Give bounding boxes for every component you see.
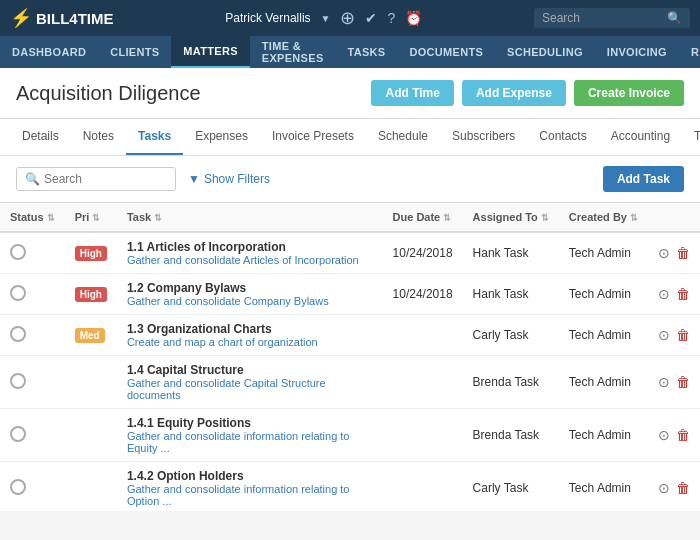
status-circle[interactable]: [10, 326, 26, 342]
add-expense-button[interactable]: Add Expense: [462, 80, 566, 106]
global-search[interactable]: 🔍: [534, 8, 690, 28]
edit-icon[interactable]: ⊙: [658, 286, 670, 302]
edit-icon[interactable]: ⊙: [658, 480, 670, 496]
delete-icon[interactable]: 🗑: [676, 327, 690, 343]
add-time-button[interactable]: Add Time: [371, 80, 453, 106]
task-status-cell: [0, 274, 65, 315]
task-assigned-to: Hank Task: [463, 232, 559, 274]
nav-documents[interactable]: DOCUMENTS: [397, 36, 495, 68]
task-created-by: Tech Admin: [559, 462, 648, 512]
nav-clients[interactable]: CLIENTS: [98, 36, 171, 68]
task-info-cell: 1.4.2 Option HoldersGather and consolida…: [117, 462, 383, 512]
clock-icon[interactable]: ⏰: [405, 10, 422, 26]
user-name[interactable]: Patrick Vernallis: [225, 11, 310, 25]
sort-icon-assigned: ⇅: [541, 213, 549, 223]
delete-icon[interactable]: 🗑: [676, 374, 690, 390]
task-priority-cell: High: [65, 232, 117, 274]
nav-matters[interactable]: MATTERS: [171, 36, 249, 68]
table-row: 1.4.2 Option HoldersGather and consolida…: [0, 462, 700, 512]
task-desc: Gather and consolidate Articles of Incor…: [127, 254, 373, 266]
nav-scheduling[interactable]: SCHEDULING: [495, 36, 595, 68]
status-circle[interactable]: [10, 426, 26, 442]
status-circle[interactable]: [10, 285, 26, 301]
edit-icon[interactable]: ⊙: [658, 245, 670, 261]
tab-expenses[interactable]: Expenses: [183, 119, 260, 155]
col-task[interactable]: Task ⇅: [117, 203, 383, 232]
status-circle[interactable]: [10, 373, 26, 389]
sort-icon-created: ⇅: [630, 213, 638, 223]
tab-contacts[interactable]: Contacts: [527, 119, 598, 155]
status-circle[interactable]: [10, 479, 26, 495]
nav-time-expenses[interactable]: TIME & EXPENSES: [250, 36, 336, 68]
tab-details[interactable]: Details: [10, 119, 71, 155]
logo-text: BILL4TIME: [36, 10, 114, 27]
col-actions: [648, 203, 700, 232]
delete-icon[interactable]: 🗑: [676, 480, 690, 496]
col-due-date[interactable]: Due Date ⇅: [383, 203, 463, 232]
task-title[interactable]: 1.2 Company Bylaws: [127, 281, 373, 295]
tab-trust-account[interactable]: Trust Account: [682, 119, 700, 155]
nav-dashboard[interactable]: DASHBOARD: [0, 36, 98, 68]
task-title[interactable]: 1.4 Capital Structure: [127, 363, 373, 377]
main-nav: DASHBOARD CLIENTS MATTERS TIME & EXPENSE…: [0, 36, 700, 68]
task-due-date: [383, 356, 463, 409]
show-filters-button[interactable]: ▼ Show Filters: [188, 172, 270, 186]
edit-icon[interactable]: ⊙: [658, 327, 670, 343]
task-created-by: Tech Admin: [559, 315, 648, 356]
row-actions: ⊙ 🗑: [658, 427, 690, 443]
col-created-by[interactable]: Created By ⇅: [559, 203, 648, 232]
task-title[interactable]: 1.4.1 Equity Positions: [127, 416, 373, 430]
col-assigned-to[interactable]: Assigned To ⇅: [463, 203, 559, 232]
task-title[interactable]: 1.1 Articles of Incorporation: [127, 240, 373, 254]
col-status[interactable]: Status ⇅: [0, 203, 65, 232]
task-desc: Gather and consolidate information relat…: [127, 430, 373, 454]
row-actions: ⊙ 🗑: [658, 327, 690, 343]
edit-icon[interactable]: ⊙: [658, 374, 670, 390]
table-row: High1.2 Company BylawsGather and consoli…: [0, 274, 700, 315]
task-desc: Create and map a chart of organization: [127, 336, 373, 348]
task-created-by: Tech Admin: [559, 232, 648, 274]
user-dropdown-icon[interactable]: ▼: [321, 13, 331, 24]
delete-icon[interactable]: 🗑: [676, 286, 690, 302]
tabs-row: Details Notes Tasks Expenses Invoice Pre…: [0, 119, 700, 156]
tab-accounting[interactable]: Accounting: [599, 119, 682, 155]
col-priority[interactable]: Pri ⇅: [65, 203, 117, 232]
sort-icon-task: ⇅: [154, 213, 162, 223]
help-icon[interactable]: ?: [387, 10, 395, 26]
tab-invoice-presets[interactable]: Invoice Presets: [260, 119, 366, 155]
task-desc: Gather and consolidate Capital Structure…: [127, 377, 373, 401]
task-priority-cell: High: [65, 274, 117, 315]
tab-schedule[interactable]: Schedule: [366, 119, 440, 155]
create-invoice-button[interactable]: Create Invoice: [574, 80, 684, 106]
task-due-date: 10/24/2018: [383, 232, 463, 274]
nav-tasks[interactable]: TASKS: [336, 36, 398, 68]
nav-invoicing[interactable]: INVOICING: [595, 36, 679, 68]
task-info-cell: 1.4 Capital StructureGather and consolid…: [117, 356, 383, 409]
delete-icon[interactable]: 🗑: [676, 427, 690, 443]
nav-reports[interactable]: REPORTS: [679, 36, 700, 68]
status-circle[interactable]: [10, 244, 26, 260]
edit-icon[interactable]: ⊙: [658, 427, 670, 443]
tasks-table-wrap: Status ⇅ Pri ⇅ Task ⇅ Due Date ⇅ Assigne…: [0, 203, 700, 511]
delete-icon[interactable]: 🗑: [676, 245, 690, 261]
tab-subscribers[interactable]: Subscribers: [440, 119, 527, 155]
sort-icon-status: ⇅: [47, 213, 55, 223]
row-actions: ⊙ 🗑: [658, 480, 690, 496]
toolbar: 🔍 ▼ Show Filters Add Task: [0, 156, 700, 203]
logo-icon: ⚡: [10, 7, 32, 29]
tab-notes[interactable]: Notes: [71, 119, 126, 155]
priority-badge: High: [75, 246, 107, 261]
task-info-cell: 1.1 Articles of IncorporationGather and …: [117, 232, 383, 274]
task-actions-cell: ⊙ 🗑: [648, 232, 700, 274]
task-search-input[interactable]: [44, 172, 167, 186]
task-due-date: [383, 315, 463, 356]
task-search-wrap[interactable]: 🔍: [16, 167, 176, 191]
tab-tasks[interactable]: Tasks: [126, 119, 183, 155]
task-title[interactable]: 1.4.2 Option Holders: [127, 469, 373, 483]
task-title[interactable]: 1.3 Organizational Charts: [127, 322, 373, 336]
add-task-button[interactable]: Add Task: [603, 166, 684, 192]
add-icon[interactable]: ⊕: [340, 7, 355, 29]
priority-badge: High: [75, 287, 107, 302]
global-search-input[interactable]: [542, 11, 662, 25]
check-icon[interactable]: ✔: [365, 10, 377, 26]
